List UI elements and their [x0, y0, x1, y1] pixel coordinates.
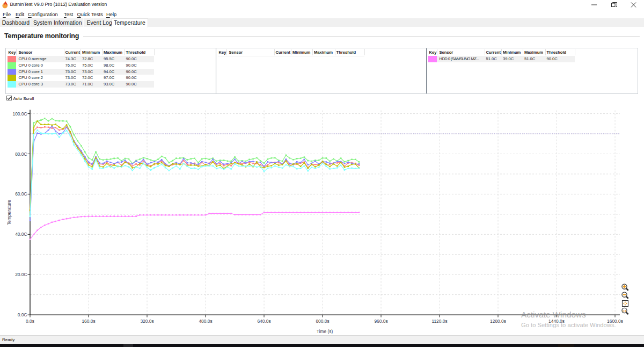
svg-text:100.0C: 100.0C: [12, 111, 27, 117]
svg-text:0.0C: 0.0C: [18, 312, 27, 317]
svg-text:40.0C: 40.0C: [15, 232, 27, 237]
svg-text:80.0C: 80.0C: [15, 151, 27, 157]
svg-text:480.0s: 480.0s: [199, 319, 212, 324]
svg-text:1120.0s: 1120.0s: [431, 319, 447, 324]
svg-text:960.0s: 960.0s: [374, 319, 387, 324]
svg-text:800.0s: 800.0s: [316, 319, 329, 324]
svg-text:1:1: 1:1: [623, 309, 626, 313]
svg-text:Activate Windows: Activate Windows: [521, 310, 586, 319]
svg-text:1280.0s: 1280.0s: [490, 319, 506, 324]
svg-text:640.0s: 640.0s: [257, 319, 270, 324]
svg-text:320.0s: 320.0s: [140, 319, 153, 324]
svg-text:Go to Settings to activate Win: Go to Settings to activate Windows.: [521, 322, 616, 328]
svg-text:0.0s: 0.0s: [26, 319, 34, 324]
svg-text:160.0s: 160.0s: [82, 319, 95, 324]
svg-text:60.0C: 60.0C: [15, 191, 27, 197]
svg-text:Time (s): Time (s): [317, 329, 333, 334]
svg-text:20.0C: 20.0C: [15, 272, 27, 277]
svg-text:Temperature: Temperature: [6, 200, 12, 225]
